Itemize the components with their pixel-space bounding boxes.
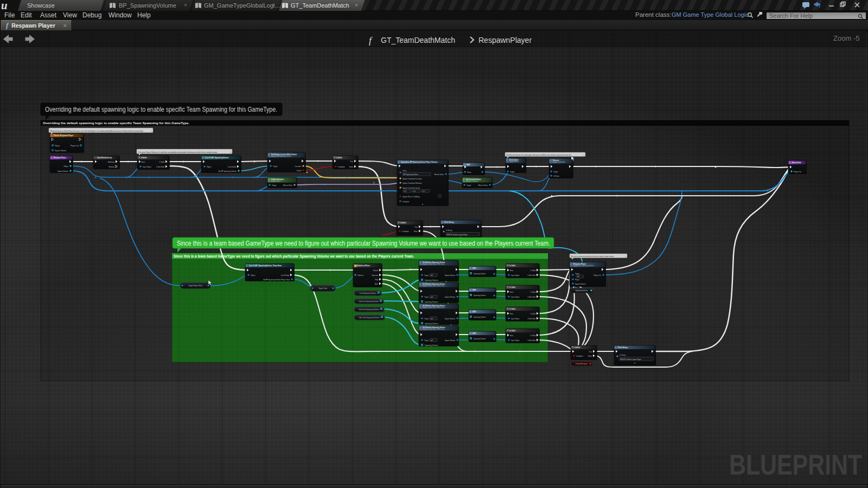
svg-text:Is Valid: Is Valid — [159, 161, 164, 163]
svg-text:Target is Controller: Target is Controller — [553, 161, 565, 163]
svg-text:Is Valid: Is Valid — [531, 313, 536, 315]
svg-text:Is Not Valid: Is Not Valid — [527, 274, 535, 277]
svg-text:Spawn Volume: Spawn Volume — [55, 150, 66, 152]
svg-text:Target is Controller: Target is Controller — [466, 180, 478, 182]
svg-text:Spawn Volume: Spawn Volume — [445, 318, 456, 320]
svg-text:Input Object: Input Object — [143, 166, 151, 168]
svg-text:In String: In String — [620, 354, 626, 356]
svg-text:Target: Target — [424, 318, 429, 320]
svg-text:If the given Spawn Volume isn’: If the given Spawn Volume isn’t valid th… — [138, 151, 218, 153]
svg-text:Target: Target — [273, 165, 278, 168]
svg-text:True: True — [414, 226, 418, 228]
svg-text:Spawning Volume: Spawning Volume — [474, 316, 486, 318]
svg-text:Player Out: Player Out — [794, 171, 801, 173]
svg-text:Is Not Valid: Is Not Valid — [527, 339, 535, 342]
svg-text:Respawn Player: Respawn Player — [54, 157, 67, 159]
svg-text:1.0: 1.0 — [404, 190, 407, 192]
svg-text:Target: Target — [467, 184, 471, 187]
svg-text:Authority: Authority — [108, 161, 114, 163]
svg-text:IsValid: IsValid — [141, 157, 146, 159]
svg-text:Blue Team Spawning Volumes: Blue Team Spawning Volumes — [359, 317, 380, 319]
svg-text:True: True — [350, 160, 353, 163]
svg-text:Cast Failed: Cast Failed — [281, 274, 290, 277]
svg-text:Is Valid: Is Valid — [509, 308, 515, 310]
svg-text:Print String: Print String — [618, 346, 627, 349]
svg-text:GET: GET — [473, 289, 476, 291]
svg-text:?: ? — [507, 264, 509, 267]
svg-text:Is Not Valid: Is Not Valid — [527, 318, 535, 320]
svg-text:?: ? — [507, 307, 509, 310]
svg-text:self: self — [431, 318, 433, 320]
svg-text:Condition: Condition — [576, 355, 583, 357]
svg-text:Get Controlled Pawn: Get Controlled Pawn — [466, 178, 481, 181]
svg-text:Blue: Blue — [375, 283, 378, 285]
svg-text:?: ? — [572, 346, 574, 349]
svg-text:Spawn Volume: Spawn Volume — [575, 283, 586, 285]
svg-text:DestroyActor: DestroyActor — [509, 159, 519, 161]
svg-text:Spectator Spawning Volumes: Spectator Spawning Volumes — [359, 300, 379, 303]
svg-text:Target is Game Type Global Log: Target is Game Type Global Logic — [423, 263, 445, 265]
svg-text:Is Valid: Is Valid — [509, 265, 515, 267]
svg-text:Is Valid: Is Valid — [531, 269, 536, 272]
svg-text:self: self — [431, 339, 433, 342]
svg-text:IsValid: IsValid — [336, 157, 342, 159]
svg-text:Spawning Volume: Spawning Volume — [474, 273, 486, 275]
svg-text:Since this is a team based Gam: Since this is a team based GameType we n… — [177, 240, 550, 247]
svg-text:Cast Failed: Cast Failed — [228, 166, 237, 168]
svg-text:Player: Player — [575, 279, 579, 281]
svg-text:Input Object: Input Object — [511, 339, 520, 342]
svg-text:Input Object: Input Object — [511, 296, 520, 298]
svg-text:Cast To BP_SpawningVolume: Cast To BP_SpawningVolume — [205, 157, 229, 159]
svg-text:Return Value: Return Value — [478, 184, 488, 187]
svg-text:ERROR: Failed to spawn Player: ERROR: Failed to spawn Player — [621, 358, 641, 361]
svg-text:We do not want to call the Par: We do not want to call the Parent Functi… — [50, 130, 144, 132]
svg-text:GET: GET — [473, 267, 476, 269]
svg-text:self: self — [431, 274, 433, 277]
svg-text:Overriding the default spawnin: Overriding the default spawning logic to… — [45, 106, 277, 113]
svg-text:Debug Messages: Debug Messages — [576, 363, 588, 365]
svg-text:?: ? — [507, 329, 509, 332]
svg-text:?: ? — [334, 156, 336, 159]
svg-text:Parent: Respawn Player: Parent: Respawn Player — [54, 134, 74, 137]
svg-text:ERROR: Failed to spawn Player: ERROR: Failed to spawn Player — [447, 234, 468, 236]
svg-text:False: False — [588, 355, 592, 357]
svg-text:Is Not Valid: Is Not Valid — [156, 166, 164, 168]
svg-text:Spawning Volumes: Spawning Volumes — [425, 323, 438, 325]
svg-text:Spawn Transform Rotation: Spawn Transform Rotation — [403, 182, 422, 184]
svg-text:Failed: Failed — [297, 170, 302, 172]
svg-text:Target Player State: Target Player State — [188, 285, 202, 287]
svg-text:Spawning Volume: Spawning Volume — [576, 290, 588, 292]
svg-text:Remote: Remote — [108, 166, 114, 168]
svg-text:GET: GET — [473, 311, 476, 313]
svg-text:Condition: Condition — [338, 166, 345, 168]
svg-text:Target: Target — [424, 339, 429, 342]
svg-text:Player: Player — [63, 165, 68, 168]
svg-text:GetActorRotation: GetActorRotation — [271, 178, 284, 181]
svg-text:Exec: Exec — [510, 269, 514, 272]
svg-text:GT_TeamDeathMatch: GT_TeamDeathMatch — [381, 36, 455, 44]
svg-text:Input Object: Input Object — [511, 318, 520, 320]
svg-text:Object: Object — [207, 166, 212, 168]
svg-text:Selector: Selector — [358, 274, 363, 277]
svg-text:Target: Target — [510, 171, 515, 173]
svg-text:Instigator: Instigator — [403, 201, 409, 203]
svg-text:In Pawn: In Pawn — [553, 175, 559, 177]
svg-text:Target is Actor: Target is Actor — [271, 180, 280, 182]
svg-text:Target is Game Type Global Log: Target is Game Type Global Logic — [423, 328, 445, 330]
svg-text:Spawn Volume: Spawn Volume — [445, 274, 456, 277]
svg-text:False: False — [349, 166, 354, 168]
svg-text:Class: Class — [403, 170, 407, 172]
svg-text:Spectato: Spectato — [372, 274, 378, 277]
svg-text:Red: Red — [375, 279, 378, 281]
svg-text:Possess: Possess — [553, 159, 559, 162]
svg-text:Target: Target — [553, 171, 558, 173]
svg-text:IsValid: IsValid — [575, 346, 580, 349]
svg-text:Get Random Spawning Volume: Get Random Spawning Volume — [423, 261, 445, 264]
svg-text:Pawn: Pawn — [467, 171, 471, 174]
svg-text:Zoom -5: Zoom -5 — [833, 34, 859, 42]
svg-text:Spawn Transform Scale: Spawn Transform Scale — [403, 187, 420, 189]
svg-text:self: self — [577, 275, 579, 278]
svg-text:Player Out: Player Out — [71, 145, 79, 147]
svg-text:Exec: Exec — [510, 335, 514, 337]
svg-text:Get Random Location Within Vol: Get Random Location Within Volume — [271, 153, 297, 156]
